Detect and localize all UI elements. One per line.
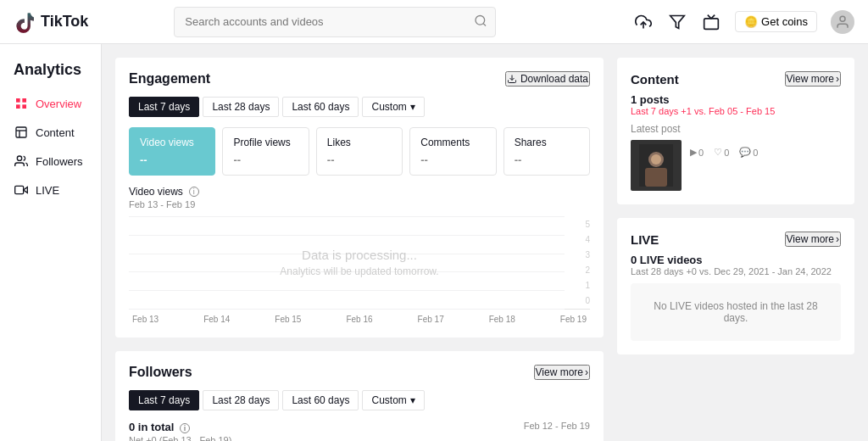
followers-date-range: Feb 12 - Feb 19 bbox=[524, 421, 590, 431]
sidebar-item-overview[interactable]: Overview bbox=[0, 89, 101, 118]
post-comments-stat: 💬 0 bbox=[739, 147, 758, 158]
search-input[interactable] bbox=[174, 7, 496, 37]
overview-icon bbox=[14, 96, 29, 111]
metric-shares[interactable]: Shares -- bbox=[504, 127, 590, 176]
engagement-date-range: Feb 13 - Feb 19 bbox=[129, 199, 590, 209]
svg-rect-9 bbox=[22, 104, 26, 109]
metric-comments[interactable]: Comments -- bbox=[409, 127, 496, 176]
logo[interactable]: TikTok bbox=[14, 10, 88, 34]
get-coins-button[interactable]: 🪙 Get coins bbox=[735, 11, 817, 32]
metric-value-video-views: -- bbox=[140, 154, 204, 166]
svg-point-5 bbox=[840, 16, 845, 21]
download-label: Download data bbox=[520, 73, 588, 85]
upload-icon[interactable] bbox=[633, 12, 654, 32]
content-right-header: Content View more › bbox=[631, 71, 841, 87]
svg-rect-6 bbox=[16, 98, 20, 103]
followers-info-icon[interactable]: i bbox=[180, 423, 190, 433]
followers-total: 0 in total i bbox=[129, 421, 292, 433]
followers-filter-custom[interactable]: Custom ▾ bbox=[362, 390, 424, 410]
content-posts-count: 1 posts bbox=[631, 93, 841, 106]
content-right-section: Content View more › 1 posts Last 7 days … bbox=[617, 58, 854, 204]
chevron-down-icon-2: ▾ bbox=[410, 394, 415, 406]
live-empty-message: No LIVE videos hosted in the last 28 day… bbox=[631, 283, 841, 341]
metric-value-likes: -- bbox=[327, 154, 392, 166]
followers-view-more[interactable]: View more › bbox=[534, 365, 590, 380]
followers-net: Net +0 (Feb 13 - Feb 19) bbox=[129, 435, 292, 441]
chart-overlay: Data is processing... Analytics will be … bbox=[129, 216, 590, 309]
coin-icon: 🪙 bbox=[744, 15, 758, 28]
svg-rect-10 bbox=[16, 127, 26, 137]
metric-label-video-views: Video views bbox=[140, 137, 204, 148]
metric-label-likes: Likes bbox=[327, 137, 392, 148]
views-count: 0 bbox=[698, 148, 704, 158]
metric-value-comments: -- bbox=[420, 154, 485, 166]
svg-rect-15 bbox=[15, 186, 24, 193]
followers-stats-row: 0 in total i Net +0 (Feb 13 - Feb 19) Gr… bbox=[129, 421, 590, 441]
metric-boxes: Video views -- Profile views -- Likes --… bbox=[129, 127, 590, 176]
svg-line-1 bbox=[483, 23, 486, 25]
latest-post-row: ▶ 0 ♡ 0 💬 0 bbox=[631, 140, 841, 191]
comments-count: 0 bbox=[753, 148, 758, 158]
live-videos-count: 0 LIVE videos bbox=[631, 254, 841, 266]
filter-last-7[interactable]: Last 7 days bbox=[129, 97, 199, 117]
avatar[interactable] bbox=[831, 10, 854, 34]
sidebar-live-label: LIVE bbox=[36, 184, 59, 197]
main-content: Engagement Download data Last 7 days Las… bbox=[102, 44, 868, 441]
engagement-chart-area: Data is processing... Analytics will be … bbox=[129, 216, 590, 310]
thumb-image bbox=[639, 144, 673, 187]
tv-icon[interactable] bbox=[701, 12, 721, 32]
likes-count: 0 bbox=[724, 148, 729, 158]
filter-last-28[interactable]: Last 28 days bbox=[203, 97, 279, 117]
sidebar-item-followers[interactable]: Followers bbox=[0, 147, 101, 176]
metric-video-views[interactable]: Video views -- bbox=[129, 127, 215, 176]
metric-likes[interactable]: Likes -- bbox=[316, 127, 403, 176]
likes-icon: ♡ bbox=[714, 147, 722, 158]
svg-rect-4 bbox=[704, 18, 719, 29]
filter-custom[interactable]: Custom ▾ bbox=[362, 97, 424, 117]
latest-post-thumbnail[interactable] bbox=[631, 140, 682, 191]
metric-label-shares: Shares bbox=[515, 137, 579, 148]
engagement-x-labels: Feb 13 Feb 14 Feb 15 Feb 16 Feb 17 Feb 1… bbox=[129, 315, 590, 324]
post-stats: ▶ 0 ♡ 0 💬 0 bbox=[690, 147, 758, 158]
post-likes-stat: ♡ 0 bbox=[714, 147, 729, 158]
header-right: 🪙 Get coins bbox=[633, 10, 854, 34]
followers-title: Followers bbox=[129, 365, 192, 380]
filter-icon[interactable] bbox=[667, 12, 687, 32]
metric-profile-views[interactable]: Profile views -- bbox=[222, 127, 309, 176]
engagement-card: Engagement Download data Last 7 days Las… bbox=[115, 58, 604, 338]
filter-last-60[interactable]: Last 60 days bbox=[282, 97, 359, 117]
content-view-more[interactable]: View more › bbox=[785, 71, 841, 87]
post-views-stat: ▶ 0 bbox=[690, 147, 704, 158]
sidebar-item-live[interactable]: LIVE bbox=[0, 176, 101, 204]
live-date: Last 28 days +0 vs. Dec 29, 2021 - Jan 2… bbox=[631, 266, 841, 276]
svg-rect-19 bbox=[645, 168, 667, 187]
live-view-more[interactable]: View more › bbox=[785, 232, 841, 247]
download-button[interactable]: Download data bbox=[505, 71, 590, 87]
metric-value-shares: -- bbox=[515, 154, 579, 166]
center-panel: Engagement Download data Last 7 days Las… bbox=[115, 58, 604, 441]
sidebar-followers-label: Followers bbox=[36, 155, 83, 168]
engagement-title: Engagement bbox=[129, 71, 210, 87]
metric-value-profile-views: -- bbox=[233, 154, 298, 166]
followers-filter-7[interactable]: Last 7 days bbox=[129, 390, 199, 410]
live-chevron-right: › bbox=[836, 233, 839, 245]
svg-point-13 bbox=[17, 156, 21, 160]
logo-text: TikTok bbox=[41, 13, 88, 31]
followers-header: Followers View more › bbox=[129, 365, 590, 380]
followers-date-filters: Last 7 days Last 28 days Last 60 days Cu… bbox=[129, 390, 590, 410]
sidebar-overview-label: Overview bbox=[36, 98, 81, 110]
search-icon bbox=[474, 14, 487, 30]
chevron-down-icon: ▾ bbox=[410, 101, 415, 113]
content-posts-date: Last 7 days +1 vs. Feb 05 - Feb 15 bbox=[631, 106, 841, 116]
followers-filter-28[interactable]: Last 28 days bbox=[203, 390, 279, 410]
metric-label-comments: Comments bbox=[420, 137, 485, 148]
svg-marker-14 bbox=[24, 187, 28, 193]
engagement-header: Engagement Download data bbox=[129, 71, 590, 87]
svg-rect-7 bbox=[22, 98, 26, 103]
chevron-right-icon: › bbox=[585, 366, 588, 378]
sidebar-item-content[interactable]: Content bbox=[0, 118, 101, 147]
engagement-date-filters: Last 7 days Last 28 days Last 60 days Cu… bbox=[129, 97, 590, 117]
live-right-section: LIVE View more › 0 LIVE videos Last 28 d… bbox=[617, 218, 854, 354]
followers-filter-60[interactable]: Last 60 days bbox=[282, 390, 359, 410]
info-icon[interactable]: i bbox=[189, 187, 199, 197]
